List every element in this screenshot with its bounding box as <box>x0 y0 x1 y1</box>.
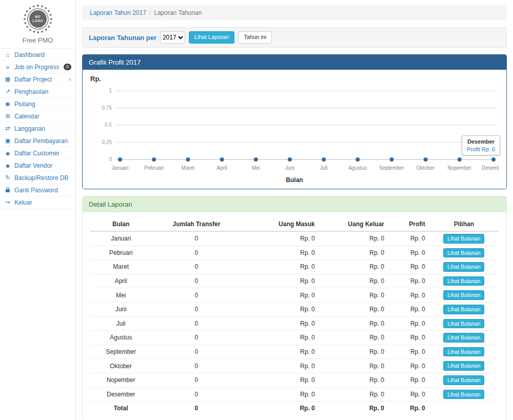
sidebar-item-daftar-project[interactable]: ▦Daftar Project‹ <box>0 73 75 86</box>
cell-pilihan: Lihat Bulanan <box>429 331 499 345</box>
refresh-icon: ↻ <box>4 174 11 181</box>
x-tick-label: Desember <box>482 165 499 171</box>
cell-uang-masuk: Rp. 0 <box>242 373 319 387</box>
chart-point[interactable] <box>152 157 156 162</box>
breadcrumb-link[interactable]: Laporan Tahun 2017 <box>90 9 146 16</box>
lihat-bulanan-button[interactable]: Lihat Bulanan <box>443 347 484 357</box>
cell-uang-keluar: Rp. 0 <box>319 246 388 260</box>
chart-point[interactable] <box>220 157 224 162</box>
chart-y-axis-label: Rp. <box>90 75 499 83</box>
money-icon: ◉ <box>4 101 11 107</box>
cell-uang-keluar: Rp. 0 <box>319 331 388 345</box>
cell-uang-keluar: Rp. 0 <box>319 302 388 316</box>
sidebar-item-label: Daftar Vendor <box>14 162 52 169</box>
chart-tooltip: Desember Profit Rp: 0 <box>462 135 500 155</box>
sidebar-item-dashboard[interactable]: ⌂Dashboard <box>0 49 75 61</box>
col-uang-keluar: Uang Keluar <box>319 217 388 231</box>
lihat-bulanan-button[interactable]: Lihat Bulanan <box>443 319 484 329</box>
sidebar-item-calendar[interactable]: ⊞Calendar <box>0 110 75 123</box>
chart-point[interactable] <box>288 157 292 162</box>
sidebar-item-ganti-password[interactable]: Ganti Password <box>0 184 75 196</box>
breadcrumb: Laporan Tahun 2017/Laporan Tahunan <box>82 5 507 21</box>
sidebar-item-daftar-customer[interactable]: ☻Daftar Customer <box>0 147 75 159</box>
lihat-bulanan-button[interactable]: Lihat Bulanan <box>443 333 484 343</box>
cell-uang-keluar: Rp. 0 <box>319 288 388 303</box>
sidebar-item-backup-restore-db[interactable]: ↻Backup/Restore DB <box>0 172 75 184</box>
lihat-laporan-button[interactable]: Lihat Laporan <box>189 31 234 43</box>
chevron-left-icon: ‹ <box>69 76 71 83</box>
tooltip-title: Desember <box>467 138 495 145</box>
sidebar-item-label: Backup/Restore DB <box>14 174 68 182</box>
cell-bulan: September <box>90 345 151 359</box>
detail-panel-title: Detail Laporan <box>83 196 506 212</box>
lihat-bulanan-button[interactable]: Lihat Bulanan <box>443 305 484 314</box>
chart-panel-title: Grafik Profit 2017 <box>83 55 506 70</box>
cell-profit: Rp. 0 <box>388 373 429 387</box>
total-label: Total <box>90 402 151 415</box>
cell-profit: Rp. 0 <box>388 387 429 402</box>
job-count-badge: 0 <box>64 64 71 70</box>
cell-jumlah-transfer: 0 <box>151 373 241 387</box>
cell-bulan: Pebruari <box>90 246 151 260</box>
chart-point[interactable] <box>424 157 428 162</box>
lihat-bulanan-button[interactable]: Lihat Bulanan <box>443 248 484 258</box>
table-icon: ▦ <box>4 76 11 83</box>
lihat-bulanan-button[interactable]: Lihat Bulanan <box>443 262 484 272</box>
x-tick-label: Januari <box>112 165 129 171</box>
cell-uang-keluar: Rp. 0 <box>319 373 388 387</box>
sidebar-item-label: Dashboard <box>14 51 45 58</box>
cell-jumlah-transfer: 0 <box>151 288 241 303</box>
breadcrumb-current: Laporan Tahunan <box>154 9 202 16</box>
chart-point[interactable] <box>254 157 258 162</box>
sidebar-item-langganan[interactable]: ⇄Langganan <box>0 123 75 135</box>
tahun-ini-button[interactable]: Tahun ini <box>238 31 272 43</box>
cell-profit: Rp. 0 <box>388 246 429 260</box>
cell-jumlah-transfer: 0 <box>151 231 241 246</box>
cell-uang-masuk: Rp. 0 <box>242 302 319 316</box>
year-select[interactable]: 2017 <box>160 31 185 44</box>
cell-profit: Rp. 0 <box>388 331 429 345</box>
sidebar-item-job-on-progress[interactable]: ≡Job on Progress0 <box>0 61 75 73</box>
lihat-bulanan-button[interactable]: Lihat Bulanan <box>443 234 484 244</box>
lihat-bulanan-button[interactable]: Lihat Bulanan <box>443 390 484 399</box>
main-content: Laporan Tahun 2017/Laporan Tahunan Lapor… <box>76 0 513 420</box>
sidebar-item-piutang[interactable]: ◉Piutang <box>0 98 75 110</box>
chart-point[interactable] <box>322 157 326 162</box>
cell-pilihan: Lihat Bulanan <box>429 387 499 402</box>
chart-x-axis-label: Bulan <box>90 176 499 184</box>
sidebar-item-keluar[interactable]: ↪Keluar <box>0 196 75 209</box>
report-row: Oktober0Rp. 0Rp. 0Rp. 0Lihat Bulanan <box>90 359 499 373</box>
chart-point[interactable] <box>186 157 190 162</box>
x-tick-label: September <box>379 165 405 171</box>
lihat-bulanan-button[interactable]: Lihat Bulanan <box>443 290 484 300</box>
total-jumlah-transfer: 0 <box>151 402 241 415</box>
sidebar-item-daftar-vendor[interactable]: ☻Daftar Vendor <box>0 159 75 172</box>
y-tick-label: 0 <box>109 156 112 162</box>
cell-bulan: Januari <box>90 231 151 246</box>
sidebar-item-label: Ganti Password <box>14 187 58 194</box>
lihat-bulanan-button[interactable]: Lihat Bulanan <box>443 276 484 286</box>
sidebar-item-label: Penghasilan <box>14 88 48 95</box>
cell-uang-masuk: Rp. 0 <box>242 288 319 303</box>
cell-jumlah-transfer: 0 <box>151 260 241 274</box>
cell-pilihan: Lihat Bulanan <box>429 231 499 246</box>
lihat-bulanan-button[interactable]: Lihat Bulanan <box>443 375 484 385</box>
sidebar-item-penghasilan[interactable]: ↗Penghasilan <box>0 86 75 98</box>
cell-uang-keluar: Rp. 0 <box>319 316 388 331</box>
y-tick-label: 0.5 <box>105 122 112 128</box>
report-row: September0Rp. 0Rp. 0Rp. 0Lihat Bulanan <box>90 345 499 359</box>
chart-point[interactable] <box>389 157 393 162</box>
col-jumlah-transfer: Jumlah Transfer <box>151 217 241 231</box>
total-row: Total 0 Rp. 0 Rp. 0 Rp. 0 <box>90 402 499 415</box>
chart-point[interactable] <box>458 157 462 162</box>
report-table: Bulan Jumlah Transfer Uang Masuk Uang Ke… <box>90 217 499 415</box>
x-tick-label: Nopember <box>447 165 471 171</box>
cell-jumlah-transfer: 0 <box>151 359 241 373</box>
chart-point[interactable] <box>491 157 496 162</box>
chart-point[interactable] <box>356 157 360 162</box>
chart-point[interactable] <box>118 157 122 162</box>
cell-pilihan: Lihat Bulanan <box>429 260 499 274</box>
lihat-bulanan-button[interactable]: Lihat Bulanan <box>443 361 484 371</box>
profit-line-chart: 00.250.50.751JanuariPebruariMaretAprilMe… <box>90 85 499 174</box>
sidebar-item-daftar-pembayaran[interactable]: ▣Daftar Pembayaran <box>0 135 75 147</box>
